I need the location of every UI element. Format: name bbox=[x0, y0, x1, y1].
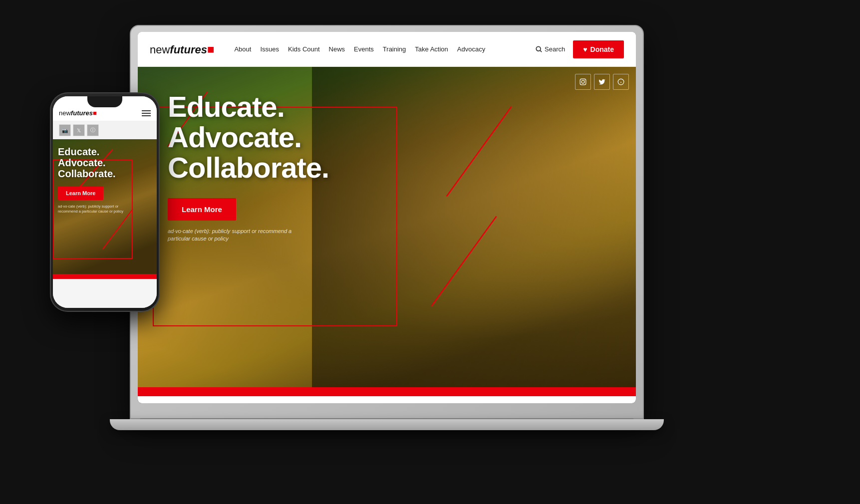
svg-point-8 bbox=[581, 80, 584, 83]
phone-headline-line3: Collaborate. bbox=[58, 168, 138, 179]
nav-news[interactable]: News bbox=[329, 45, 345, 53]
phone-instagram-icon[interactable]: 📷 bbox=[59, 124, 71, 136]
phone-headline-line2: Advocate. bbox=[58, 157, 138, 168]
instagram-icon[interactable] bbox=[575, 74, 591, 90]
site-nav: About Issues Kids Count News Events Trai… bbox=[234, 45, 532, 53]
phone-notch bbox=[87, 96, 122, 107]
phone-twitter-icon[interactable]: 𝕏 bbox=[73, 124, 85, 136]
laptop-screen: newfutures■ About Issues Kids Count News… bbox=[138, 32, 636, 403]
info-icon[interactable] bbox=[613, 74, 629, 90]
nav-take-action[interactable]: Take Action bbox=[415, 45, 448, 53]
svg-line-3 bbox=[540, 50, 542, 52]
phone-below-hero bbox=[53, 279, 157, 308]
laptop-mockup: newfutures■ About Issues Kids Count News… bbox=[130, 25, 644, 459]
nav-advocacy[interactable]: Advocacy bbox=[457, 45, 485, 53]
heart-icon: ♥ bbox=[583, 45, 587, 53]
nav-kids-count[interactable]: Kids Count bbox=[288, 45, 320, 53]
laptop-screen-bezel: newfutures■ About Issues Kids Count News… bbox=[138, 32, 636, 403]
phone-definition-text: ad·vo·cate (verb): publicly support or r… bbox=[58, 204, 138, 214]
phone-body: newfutures■ 📷 𝕏 Ⓘ bbox=[50, 92, 160, 312]
donate-label: Donate bbox=[590, 45, 614, 53]
definition-content: ad·vo·cate (verb): publicly support or r… bbox=[168, 228, 291, 242]
headline-line3: Collaborate. bbox=[168, 153, 329, 183]
site-navbar: newfutures■ About Issues Kids Count News… bbox=[138, 32, 636, 67]
definition-text: ad·vo·cate (verb): publicly support or r… bbox=[168, 228, 307, 243]
phone-headline-line1: Educate. bbox=[58, 146, 138, 157]
phone-info-icon[interactable]: Ⓘ bbox=[87, 124, 99, 136]
hero-people-image bbox=[312, 67, 636, 396]
phone-hero-content: Educate. Advocate. Collaborate. Learn Mo… bbox=[58, 146, 138, 214]
laptop-base bbox=[110, 419, 664, 430]
donate-button[interactable]: ♥ Donate bbox=[573, 40, 624, 58]
phone-social-bar: 📷 𝕏 Ⓘ bbox=[53, 121, 157, 139]
site-hero: Educate. Advocate. Collaborate. Learn Mo… bbox=[138, 67, 636, 396]
scene: newfutures■ 📷 𝕏 Ⓘ bbox=[0, 0, 860, 504]
phone-screen: newfutures■ 📷 𝕏 Ⓘ bbox=[53, 96, 157, 308]
phone-learn-more-button[interactable]: Learn More bbox=[58, 186, 103, 200]
search-button[interactable]: Search bbox=[536, 45, 565, 53]
hero-headline: Educate. Advocate. Collaborate. bbox=[168, 92, 329, 183]
hero-red-bottom-bar bbox=[138, 387, 636, 396]
learn-more-button[interactable]: Learn More bbox=[168, 198, 236, 221]
headline-line1: Educate. bbox=[168, 92, 329, 122]
search-label: Search bbox=[545, 45, 565, 53]
phone-mockup: newfutures■ 📷 𝕏 Ⓘ bbox=[50, 92, 160, 312]
hero-social-icons bbox=[575, 74, 629, 90]
headline-line2: Advocate. bbox=[168, 122, 329, 153]
laptop-body: newfutures■ About Issues Kids Count News… bbox=[130, 25, 644, 419]
phone-hero-red-bar bbox=[53, 274, 157, 279]
nav-events[interactable]: Events bbox=[354, 45, 374, 53]
search-icon bbox=[536, 46, 543, 53]
svg-point-2 bbox=[536, 46, 541, 51]
twitter-icon[interactable] bbox=[594, 74, 610, 90]
nav-issues[interactable]: Issues bbox=[260, 45, 279, 53]
hamburger-icon[interactable] bbox=[142, 110, 151, 116]
phone-logo: newfutures■ bbox=[59, 109, 97, 117]
hero-content: Educate. Advocate. Collaborate. Learn Mo… bbox=[168, 92, 329, 243]
svg-rect-7 bbox=[580, 79, 586, 85]
site-logo: newfutures■ bbox=[150, 42, 214, 56]
nav-training[interactable]: Training bbox=[383, 45, 406, 53]
nav-about[interactable]: About bbox=[234, 45, 251, 53]
phone-hero-headline: Educate. Advocate. Collaborate. bbox=[58, 146, 138, 179]
svg-point-9 bbox=[584, 80, 585, 80]
phone-hero: Educate. Advocate. Collaborate. Learn Mo… bbox=[53, 139, 157, 279]
